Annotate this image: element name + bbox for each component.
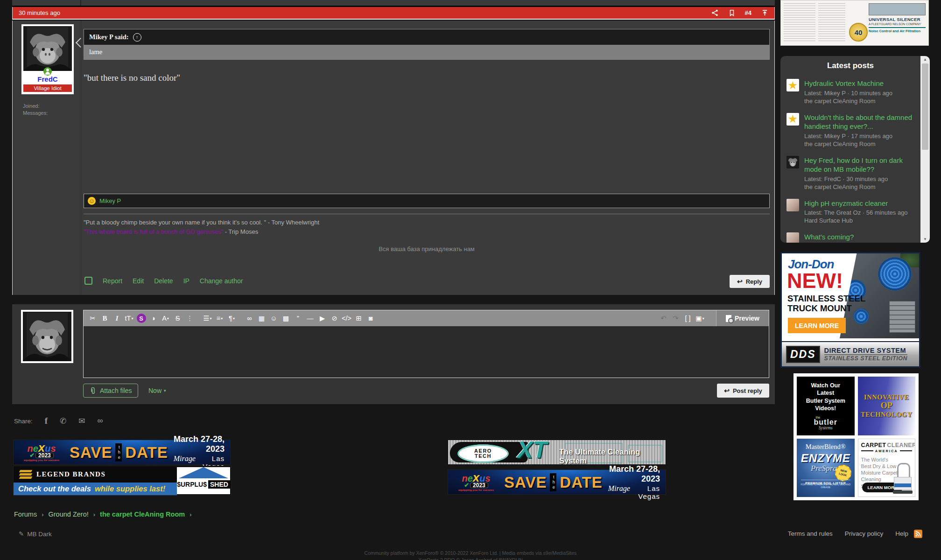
latest-post-item: ★ Wouldn't this be about the damned hand… bbox=[780, 109, 920, 152]
footer-link[interactable]: Help bbox=[895, 530, 908, 537]
insert-link-icon[interactable]: ∞ bbox=[245, 313, 254, 324]
latest-post-forum-link[interactable]: the carpet CleAning Room bbox=[804, 183, 919, 190]
innovative-op-technology-ad[interactable]: INNOVATIVEOPTECHNOLOGY bbox=[858, 377, 916, 435]
latest-post-title-link[interactable]: Wouldn't this be about the damned handie… bbox=[804, 113, 919, 131]
quote-body: lame bbox=[84, 45, 770, 60]
italic-icon[interactable]: I bbox=[112, 313, 122, 324]
latest-post-item: ★ High pH enyzmatic cleaner Latest: The … bbox=[780, 195, 920, 229]
more-options-icon[interactable]: ⋮ bbox=[185, 313, 195, 324]
latest-post-forum-link[interactable]: Hard Surface Hub bbox=[804, 217, 908, 224]
legend-brands-banner[interactable]: LEGEND BRANDS Check out the deals while … bbox=[13, 466, 232, 496]
post-reply-button[interactable]: ↩ Post reply bbox=[717, 384, 769, 398]
media-embed-icon[interactable]: ▶ bbox=[317, 313, 327, 324]
font-family-icon[interactable]: A▾ bbox=[161, 313, 170, 324]
smilies-icon[interactable]: ☺ bbox=[269, 313, 279, 324]
bbcode-icon[interactable]: [ ] bbox=[683, 313, 693, 324]
check-icon: ✔ bbox=[29, 453, 35, 458]
scroll-up-icon[interactable]: ▲ bbox=[920, 57, 930, 62]
bullet-list-icon[interactable]: ☰▾ bbox=[203, 313, 212, 324]
drafts-icon[interactable]: ▣▾ bbox=[695, 313, 705, 324]
strikethrough-icon[interactable]: S bbox=[173, 313, 183, 324]
align-icon[interactable]: ≡▾ bbox=[215, 313, 225, 324]
latest-post-title-link[interactable]: Hey Fred, how do I turn on dark mode on … bbox=[804, 156, 919, 174]
reply-text-input[interactable] bbox=[84, 326, 769, 378]
camera-icon[interactable]: ◙ bbox=[366, 313, 376, 324]
breadcrumb-link[interactable]: Ground Zero! bbox=[49, 511, 89, 518]
footer-link[interactable]: Privacy policy bbox=[845, 530, 884, 537]
font-size-icon[interactable]: tT▾ bbox=[124, 313, 134, 324]
share-icon[interactable] bbox=[711, 9, 719, 17]
select-post-checkbox[interactable] bbox=[84, 277, 92, 285]
haha-reaction-icon: ☺ bbox=[88, 197, 96, 205]
code-icon[interactable]: </> bbox=[342, 313, 351, 324]
footer-link[interactable]: Terms and rules bbox=[788, 530, 833, 537]
quote-icon[interactable]: ” bbox=[293, 313, 303, 324]
remove-format-icon[interactable]: ✂ bbox=[88, 313, 98, 324]
breadcrumb: Forums› Ground Zero!› the carpet CleAnin… bbox=[14, 511, 192, 518]
widget-scrollbar[interactable]: ▲ ▼ bbox=[920, 56, 930, 243]
table-icon[interactable]: ⊞ bbox=[354, 313, 364, 324]
quote-header[interactable]: Mikey P said: ↑ bbox=[84, 29, 770, 45]
breadcrumb-link[interactable]: the carpet CleAning Room bbox=[100, 511, 185, 518]
preview-button[interactable]: Preview bbox=[716, 310, 769, 326]
messages-label: Messages: bbox=[23, 110, 48, 116]
horizontal-rule-icon[interactable]: — bbox=[305, 313, 315, 324]
rss-icon[interactable] bbox=[914, 530, 922, 538]
copy-link-icon[interactable]: ∞ bbox=[98, 416, 103, 426]
post-number-link[interactable]: #4 bbox=[745, 9, 751, 16]
facebook-icon[interactable]: f bbox=[45, 416, 48, 426]
carpet-cleaner-america-ad[interactable]: CARPETCLEANER AMERICA The World's Best D… bbox=[858, 439, 916, 497]
latest-post-title-link[interactable]: What's coming? bbox=[804, 232, 916, 242]
signature-line-1: "Put a bloody chimp beside your own name… bbox=[84, 218, 770, 227]
bookmark-icon[interactable] bbox=[728, 9, 736, 17]
nexus-save-the-date-banner[interactable]: nexus ✔2023 equipping you for success SA… bbox=[448, 469, 666, 495]
post-action-link[interactable]: Change author bbox=[200, 277, 243, 285]
stealth-icon[interactable]: S bbox=[136, 313, 146, 324]
aerotech-xt-banner[interactable]: AEROTECH XT The Ultimate Cleaning System bbox=[448, 440, 666, 465]
jump-to-top-icon[interactable] bbox=[761, 9, 768, 17]
post-timing-dropdown[interactable]: Now▾ bbox=[148, 387, 166, 394]
style-chooser[interactable]: ✎ MB Dark bbox=[19, 530, 52, 538]
breadcrumb-link[interactable]: Forums bbox=[14, 511, 37, 518]
post-action-link[interactable]: Edit bbox=[133, 277, 144, 285]
post-action-link[interactable]: Report bbox=[103, 277, 122, 285]
jon-don-ad[interactable]: Jon-Don NEW! STAINLESS STEEL TRUCK MOUNT… bbox=[780, 252, 920, 368]
bold-icon[interactable]: B bbox=[100, 313, 110, 324]
jump-to-quoted-post-icon[interactable]: ↑ bbox=[133, 33, 141, 42]
attach-files-button[interactable]: Attach files bbox=[83, 384, 138, 398]
rich-text-editor: ✂BItT▾S◑A▾S⋮ ☰▾≡▾¶▾ ∞▦☺▩”—▶⊘</>⊞◙ ↶↷[ ]▣… bbox=[83, 310, 769, 378]
magazine-ad[interactable]: 40 UNIVERSAL SILENCER A FLEETGUARD NELSO… bbox=[780, 0, 929, 46]
spoiler-icon[interactable]: ⊘ bbox=[330, 313, 339, 324]
latest-post-forum-link[interactable]: the carpet CleAning Room bbox=[804, 140, 919, 147]
reactions-bar[interactable]: ☺ Mikey P bbox=[84, 194, 770, 208]
latest-post-title-link[interactable]: Hydraulic Vortex Machine bbox=[804, 79, 892, 88]
scrollbar-thumb[interactable] bbox=[922, 63, 928, 150]
latest-post-forum-link[interactable]: the carpet CleAning Room bbox=[804, 98, 892, 105]
post-column-divider bbox=[81, 21, 81, 295]
post-action-link[interactable]: IP bbox=[183, 277, 190, 285]
author-avatar-card[interactable]: FredC Village Idiot bbox=[21, 24, 74, 94]
learn-more-button[interactable]: LEARN MORE bbox=[788, 318, 846, 333]
paragraph-format-icon[interactable]: ¶▾ bbox=[227, 313, 237, 324]
author-username[interactable]: FredC bbox=[23, 75, 72, 83]
current-user-avatar-card[interactable] bbox=[21, 310, 73, 363]
nexus-save-the-date-banner[interactable]: nexus ✔2023 equipping you for success SA… bbox=[13, 440, 231, 465]
reaction-users[interactable]: Mikey P bbox=[99, 197, 121, 204]
avatar-chimp bbox=[787, 156, 799, 168]
email-icon[interactable]: ✉ bbox=[78, 416, 85, 426]
reply-button[interactable]: ↩ Reply bbox=[730, 275, 770, 288]
latest-post-title-link[interactable]: High pH enyzmatic cleaner bbox=[804, 199, 908, 208]
masterblend-enzyme-ad[interactable]: MasterBlend® ENZYME PreSpray NEW LOOK PR… bbox=[797, 439, 855, 497]
redo-icon[interactable]: ↷ bbox=[671, 313, 681, 324]
text-color-icon[interactable]: ◑ bbox=[148, 313, 158, 324]
reply-arrow-icon: ↩ bbox=[724, 387, 730, 394]
author-avatar[interactable] bbox=[23, 26, 72, 71]
undo-icon[interactable]: ↶ bbox=[659, 313, 668, 324]
gallery-embed-icon[interactable]: ▩ bbox=[281, 313, 291, 324]
share-row: Share: f✆✉∞ bbox=[14, 416, 103, 426]
whatsapp-icon[interactable]: ✆ bbox=[60, 416, 66, 426]
insert-image-icon[interactable]: ▦ bbox=[257, 313, 267, 324]
butler-system-ad[interactable]: Watch OurLatestButler SystemVideos! the … bbox=[797, 377, 855, 435]
scroll-down-icon[interactable]: ▼ bbox=[920, 237, 930, 241]
post-action-link[interactable]: Delete bbox=[154, 277, 173, 285]
